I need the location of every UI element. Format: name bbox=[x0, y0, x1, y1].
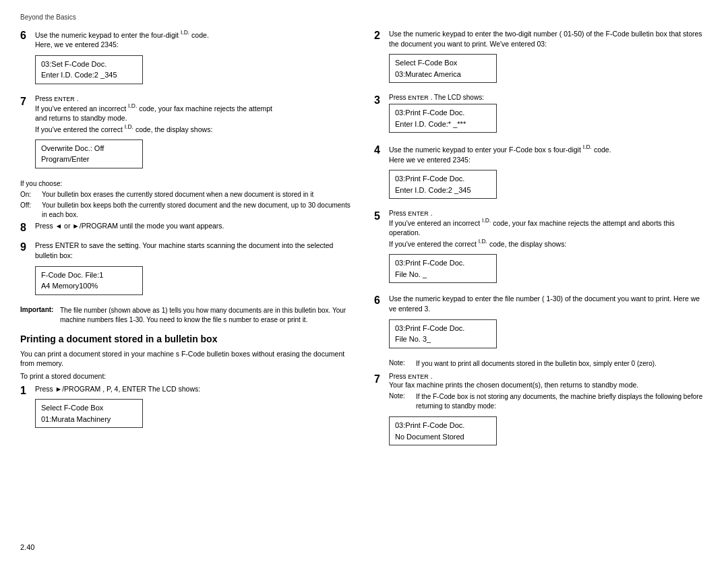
lcd-step6-left: 03:Set F-Code Doc. Enter I.D. Code:2 _34… bbox=[35, 55, 143, 84]
left-column: 6 Use the numeric keypad to enter the fo… bbox=[20, 29, 354, 456]
step-num-5-right: 5 bbox=[374, 210, 385, 222]
on-item: On: Your bulletin box erases the current… bbox=[20, 190, 354, 199]
lcd-step7-left: Overwrite Doc.: Off Program/Enter bbox=[35, 139, 143, 168]
step-text-9: Press ENTER to save the setting. Your ma… bbox=[35, 241, 354, 260]
step-num-7-right: 7 bbox=[374, 373, 385, 385]
step-content-4-right: Use the numeric keypad to enter your F-C… bbox=[389, 144, 708, 203]
press-enter-3: Press Enter . The LCD shows: bbox=[389, 94, 708, 101]
step-num-4-right: 4 bbox=[374, 144, 385, 156]
section-step-1: 1 Press ►/PROGRAM , P, 4, ENTER The LCD … bbox=[20, 384, 354, 433]
section-step-text-1: Press ►/PROGRAM , P, 4, ENTER The LCD sh… bbox=[35, 384, 354, 394]
lcd-section-step1: Select F-Code Box 01:Murata Machinery bbox=[35, 399, 143, 428]
step-7-right: 7 Press Enter . Your fax machine prints … bbox=[374, 373, 708, 450]
section-intro1: You can print a document stored in your … bbox=[20, 349, 354, 369]
step-7-left: 7 Press Enter . If you've entered an inc… bbox=[20, 95, 354, 173]
lcd-step7-right: 03:Print F-Code Doc. No Document Stored bbox=[389, 416, 497, 445]
page-number: 2.40 bbox=[20, 543, 34, 551]
step-num-3-right: 3 bbox=[374, 94, 385, 106]
step-4-right: 4 Use the numeric keypad to enter your F… bbox=[374, 144, 708, 203]
step-num-2-right: 2 bbox=[374, 29, 385, 42]
step-text-5-right: If you've entered an incorrect I.D. code… bbox=[389, 217, 708, 249]
step-content-5-right: Press Enter . If you've entered an incor… bbox=[389, 210, 708, 287]
important-block: Important: The file number (shown above … bbox=[20, 306, 354, 325]
step-num-6: 6 bbox=[20, 29, 31, 42]
press-enter-5: Press Enter . bbox=[389, 210, 708, 217]
step-text-6: Use the numeric keypad to enter the four… bbox=[35, 29, 354, 50]
note-2-right: Note: If the F-Code box is not storing a… bbox=[389, 392, 708, 411]
step-2-right: 2 Use the numeric keypad to enter the tw… bbox=[374, 29, 708, 87]
page: Beyond the Basics 6 Use the numeric keyp… bbox=[0, 0, 728, 562]
step-num-9: 9 bbox=[20, 241, 31, 253]
section-heading: Printing a document stored in a bulletin… bbox=[20, 333, 354, 345]
on-off-block: On: Your bulletin box erases the current… bbox=[20, 190, 354, 220]
lcd-step3-right: 03:Print F-Code Doc. Enter I.D. Code:* _… bbox=[389, 104, 497, 133]
step-content-2-right: Use the numeric keypad to enter the two-… bbox=[389, 29, 708, 87]
step-content-6-right: Use the numeric keypad to enter the file… bbox=[389, 294, 708, 352]
lcd-step6-right: 03:Print F-Code Doc. File No. 3_ bbox=[389, 319, 497, 348]
step-text-4-right: Use the numeric keypad to enter your F-C… bbox=[389, 144, 708, 164]
press-enter-7-right: Press Enter . bbox=[389, 373, 708, 380]
step-text-7-right: Your fax machine prints the chosen docum… bbox=[389, 380, 708, 390]
step-text-2-right: Use the numeric keypad to enter the two-… bbox=[389, 29, 708, 49]
step-num-6-right: 6 bbox=[374, 294, 385, 307]
section-intro2: To print a stored document: bbox=[20, 371, 354, 381]
lcd-step9-left: F-Code Doc. File:1 A4 Memory100% bbox=[35, 266, 143, 295]
step-3-right: 3 Press Enter . The LCD shows: 03:Print … bbox=[374, 94, 708, 137]
step-num-7: 7 bbox=[20, 95, 31, 108]
lcd-step5-right: 03:Print F-Code Doc. File No. _ bbox=[389, 254, 497, 283]
step-content-7: Press Enter . If you've entered an incor… bbox=[35, 95, 354, 173]
lcd-step4-right: 03:Print F-Code Doc. Enter I.D. Code:2 _… bbox=[389, 170, 497, 199]
note-1-right: Note: If you want to print all documents… bbox=[389, 359, 708, 369]
step-6-left: 6 Use the numeric keypad to enter the fo… bbox=[20, 29, 354, 88]
step-num-8: 8 bbox=[20, 221, 31, 234]
off-item: Off: Your bulletin box keeps both the cu… bbox=[20, 201, 354, 220]
step-text-8: Press ◄ or ►/PROGRAM until the mode you … bbox=[35, 221, 354, 231]
step-content-9: Press ENTER to save the setting. Your ma… bbox=[35, 241, 354, 299]
right-column: 2 Use the numeric keypad to enter the tw… bbox=[374, 29, 708, 456]
section-step-num-1: 1 bbox=[20, 384, 31, 397]
step-content-8: Press ◄ or ►/PROGRAM until the mode you … bbox=[35, 221, 354, 234]
step-9-left: 9 Press ENTER to save the setting. Your … bbox=[20, 241, 354, 299]
lcd-step2-right: Select F-Code Box 03:Muratec America bbox=[389, 54, 497, 83]
if-you-choose: If you choose: bbox=[20, 179, 354, 189]
step-content-7-right: Press Enter . Your fax machine prints th… bbox=[389, 373, 708, 450]
step-8-left: 8 Press ◄ or ►/PROGRAM until the mode yo… bbox=[20, 221, 354, 234]
step-text-7: If you've entered an incorrect I.D. code… bbox=[35, 102, 354, 134]
step-6-right: 6 Use the numeric keypad to enter the fi… bbox=[374, 294, 708, 352]
step-content-3-right: Press Enter . The LCD shows: 03:Print F-… bbox=[389, 94, 708, 137]
step-5-right: 5 Press Enter . If you've entered an inc… bbox=[374, 210, 708, 287]
step-content-6: Use the numeric keypad to enter the four… bbox=[35, 29, 354, 88]
breadcrumb: Beyond the Basics bbox=[20, 13, 708, 21]
section-step-content-1: Press ►/PROGRAM , P, 4, ENTER The LCD sh… bbox=[35, 384, 354, 433]
step-text-6-right: Use the numeric keypad to enter the file… bbox=[389, 294, 708, 313]
press-enter-7: Press Enter . bbox=[35, 95, 354, 102]
